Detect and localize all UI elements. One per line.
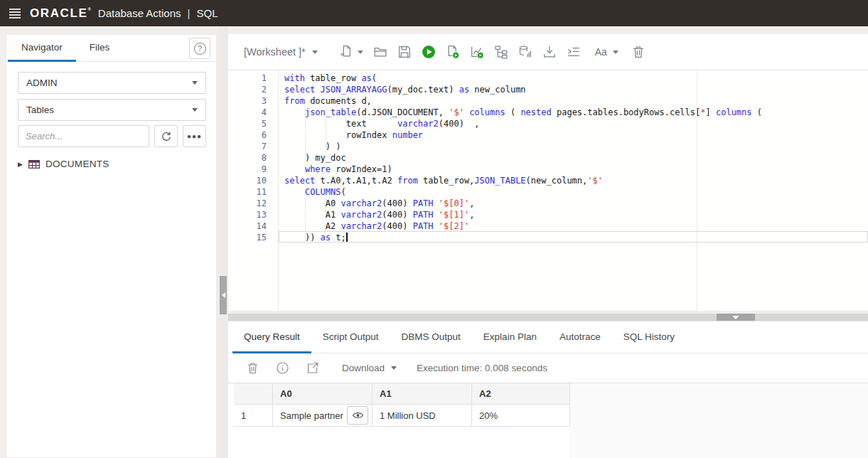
cell-a1[interactable]: 1 Million USD [373, 405, 472, 427]
tab-query-result[interactable]: Query Result [232, 321, 311, 353]
sql-editor[interactable]: 123456789101112131415 with table_row as(… [228, 70, 868, 311]
font-size-label: Aa [595, 46, 607, 58]
line-number: 13 [228, 209, 278, 220]
tab-explain-plan[interactable]: Explain Plan [472, 321, 548, 353]
font-size-selector[interactable]: Aa [595, 46, 618, 58]
clear-worksheet-trash-icon[interactable] [631, 45, 645, 59]
new-worksheet-group[interactable]: * [339, 45, 363, 59]
results-table: A0 A1 A2 1 Sample partner [234, 383, 570, 427]
sidebar-splitter[interactable] [218, 26, 228, 458]
cell-a0-value: Sample partner [280, 410, 343, 421]
results-toolbar: Download Execution time: 0.008 seconds [228, 353, 868, 382]
tab-navigator[interactable]: Navigator [8, 35, 76, 62]
new-file-icon[interactable]: * [339, 45, 353, 59]
navigator-sidebar: Navigator Files ? ADMIN Tables [6, 34, 217, 458]
line-number: 4 [228, 107, 278, 118]
info-icon[interactable] [275, 361, 289, 375]
tab-sql-history[interactable]: SQL History [612, 321, 686, 353]
line-number: 2 [228, 84, 278, 95]
line-number: 14 [228, 220, 278, 232]
results-collapse-handle[interactable] [717, 314, 755, 321]
hamburger-menu-icon[interactable] [9, 9, 21, 18]
oracle-logo: ORACLE® [30, 6, 91, 21]
autotrace-icon[interactable] [494, 45, 508, 59]
object-type-select-value: Tables [26, 105, 54, 115]
object-type-select[interactable]: Tables [18, 99, 206, 121]
cell-a2[interactable]: 20% [472, 405, 570, 427]
editor-gutter: 123456789101112131415 [228, 70, 279, 311]
header-rownum[interactable] [234, 383, 273, 405]
code-line[interactable]: )) as t; [284, 232, 868, 243]
search-input[interactable] [18, 125, 149, 147]
line-number: 3 [228, 95, 278, 107]
code-line[interactable]: select JSON_ARRAYAGG(my_doc.text) as new… [284, 84, 868, 95]
results-splitter[interactable] [228, 314, 868, 321]
code-line[interactable]: select t.A0,t.A1,t.A2 from table_row,JSO… [284, 175, 868, 186]
code-line[interactable]: ) my_doc [284, 152, 868, 164]
chevron-down-icon [613, 50, 618, 54]
schema-select[interactable]: ADMIN [18, 72, 206, 94]
object-tree: ▶ DOCUMENTS [18, 159, 206, 169]
refresh-button[interactable] [154, 125, 178, 147]
tab-files[interactable]: Files [76, 35, 124, 62]
chevron-down-icon [391, 366, 397, 370]
sidebar-collapse-handle[interactable] [220, 276, 227, 314]
code-line[interactable]: A2 varchar2(400) PATH '$[2]' [284, 220, 868, 232]
table-row: 1 Sample partner 1 Million USD 20% [234, 405, 570, 427]
save-icon[interactable] [397, 45, 412, 59]
serveroutput-icon[interactable] [518, 45, 532, 59]
run-script-icon[interactable] [446, 45, 460, 59]
tab-script-output[interactable]: Script Output [311, 321, 390, 353]
code-line[interactable]: from documents d, [284, 95, 868, 107]
code-line[interactable]: where rowIndex=1) [284, 164, 868, 175]
code-line[interactable]: A1 varchar2(400) PATH '$[1]', [284, 209, 868, 220]
table-icon [28, 160, 40, 169]
title-divider: | [188, 7, 191, 19]
view-cell-button[interactable] [347, 406, 368, 425]
help-button[interactable]: ? [189, 38, 210, 59]
run-statement-icon[interactable] [422, 45, 436, 59]
code-lines: with table_row as(select JSON_ARRAYAGG(m… [284, 73, 868, 243]
line-number: 1 [228, 73, 278, 84]
more-actions-button[interactable]: ●●● [183, 125, 206, 147]
schema-select-value: ADMIN [26, 78, 58, 88]
code-line[interactable]: A0 varchar2(400) PATH '$[0]', [284, 198, 868, 209]
download-icon[interactable] [542, 45, 557, 59]
open-in-new-icon[interactable] [305, 361, 319, 375]
sidebar-body: ADMIN Tables ●●● ▶ [6, 62, 216, 169]
line-number: 9 [228, 164, 278, 175]
execution-time: Execution time: 0.008 seconds [417, 363, 547, 373]
help-icon: ? [194, 43, 206, 55]
code-line[interactable]: COLUMNS( [284, 186, 868, 198]
code-line[interactable]: rowIndex number [284, 129, 868, 141]
results-grid-area: A0 A1 A2 1 Sample partner [228, 383, 868, 458]
header-a2[interactable]: A2 [472, 383, 570, 405]
tab-dbms-output[interactable]: DBMS Output [390, 321, 472, 353]
open-file-icon[interactable] [373, 45, 387, 59]
explain-plan-icon[interactable] [470, 45, 484, 59]
code-line[interactable]: with table_row as( [284, 73, 868, 84]
tab-autotrace[interactable]: Autotrace [548, 321, 612, 353]
chevron-down-icon [312, 50, 318, 54]
results-tab-bar: Query Result Script Output DBMS Output E… [228, 321, 868, 353]
product-title: Database Actions [98, 7, 181, 19]
worksheet-tab-selector[interactable]: [Worksheet ]* [244, 46, 318, 58]
line-number: 12 [228, 198, 278, 209]
worksheet-name: [Worksheet ]* [244, 46, 306, 58]
text-cursor [346, 233, 348, 242]
rownum-cell[interactable]: 1 [234, 405, 273, 427]
header-a1[interactable]: A1 [373, 383, 472, 405]
code-line[interactable]: text varchar2(400) , [284, 118, 868, 129]
code-line[interactable]: json_table(d.JSON_DOCUMENT, '$' columns … [284, 107, 868, 118]
code-line[interactable]: ) ) [284, 141, 868, 152]
eye-icon [352, 411, 364, 420]
clear-results-trash-icon[interactable] [245, 361, 259, 375]
results-header-row: A0 A1 A2 [234, 383, 570, 405]
header-a0[interactable]: A0 [273, 383, 373, 405]
format-code-icon[interactable] [567, 45, 581, 59]
download-menu[interactable]: Download [342, 363, 397, 373]
cell-a0[interactable]: Sample partner [273, 405, 373, 427]
expand-arrow-icon[interactable]: ▶ [18, 161, 23, 168]
tree-item-documents[interactable]: ▶ DOCUMENTS [18, 159, 206, 169]
grid-empty-region [570, 383, 868, 458]
